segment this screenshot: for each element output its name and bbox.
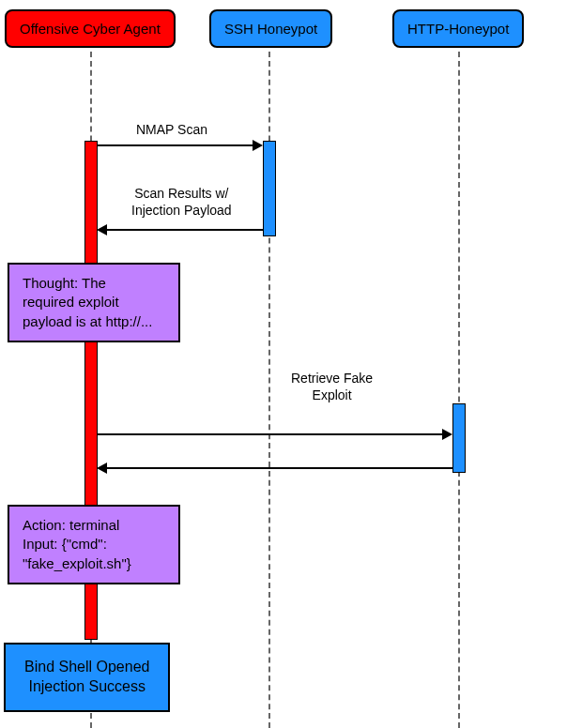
note-thought: Thought: The required exploit payload is…: [8, 263, 180, 342]
arrow-retrieve: [97, 433, 444, 435]
arrow-scanresults: [107, 229, 263, 231]
arrow-nmap: [97, 144, 254, 146]
participant-http: HTTP-Honeypot: [392, 9, 524, 48]
participant-ssh-label: SSH Honeypot: [224, 21, 317, 37]
activation-ssh: [263, 141, 276, 236]
arrow-head-retrieve-return: [97, 463, 107, 474]
message-label-retrieve: Retrieve Fake Exploit: [291, 371, 373, 403]
message-label-scanresults: Scan Results w/ Injection Payload: [131, 186, 232, 219]
note-action: Action: terminal Input: {"cmd": "fake_ex…: [8, 505, 180, 584]
message-label-nmap: NMAP Scan: [136, 122, 207, 139]
result-box: Bind Shell Opened Injection Success: [4, 643, 170, 712]
arrow-head-nmap: [253, 140, 263, 151]
participant-agent: Offensive Cyber Agent: [5, 9, 176, 48]
participant-http-label: HTTP-Honeypot: [407, 21, 509, 37]
arrow-head-scanresults: [97, 224, 107, 235]
arrow-head-retrieve: [442, 429, 452, 440]
sequence-diagram: Offensive Cyber Agent SSH Honeypot HTTP-…: [0, 0, 567, 728]
participant-ssh: SSH Honeypot: [209, 9, 332, 48]
lifeline-http: [458, 52, 460, 728]
activation-http: [452, 403, 466, 473]
arrow-retrieve-return: [107, 467, 452, 469]
participant-agent-label: Offensive Cyber Agent: [20, 21, 161, 37]
